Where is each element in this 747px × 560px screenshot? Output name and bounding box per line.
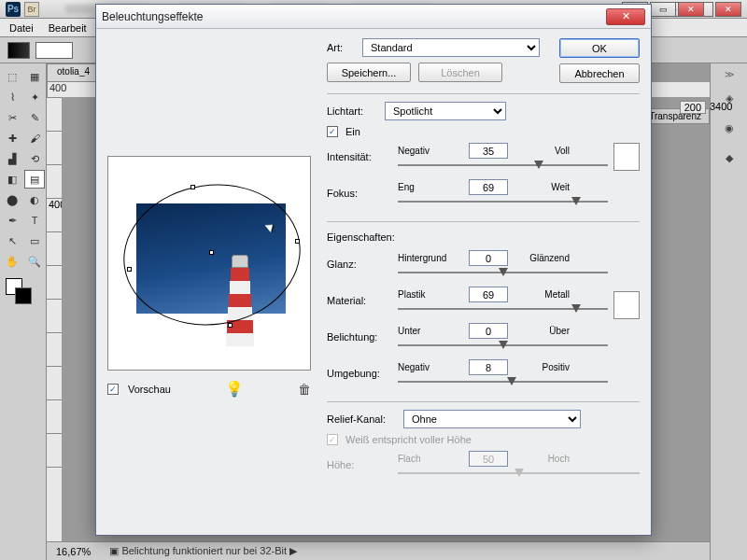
ambience-input[interactable]: [469, 359, 508, 375]
texture-channel-select[interactable]: Ohne: [403, 410, 581, 428]
eraser-tool-icon[interactable]: ◧: [2, 170, 22, 189]
ambience-label: Umgebung:: [327, 368, 392, 379]
dialog-titlebar[interactable]: Beleuchtungseffekte ✕: [96, 5, 651, 29]
gloss-input[interactable]: [469, 250, 508, 266]
ruler-vertical: 400: [47, 97, 62, 541]
light-handle-right[interactable]: [295, 239, 300, 244]
exposure-min-label: Unter: [398, 326, 463, 336]
status-bar: 16,67% ▣ Belichtung funktioniert nur bei…: [47, 541, 710, 560]
light-color-swatch[interactable]: [613, 143, 640, 171]
marquee-tool-icon[interactable]: ▦: [24, 67, 45, 86]
lighttype-label: Lichtart:: [327, 105, 377, 117]
light-handle-bottom[interactable]: [228, 323, 233, 328]
eyedropper-tool-icon[interactable]: ✎: [24, 108, 45, 127]
light-center-handle[interactable]: [209, 250, 214, 255]
gloss-max-label: Glänzend: [514, 253, 570, 263]
height-min-label: Flach: [398, 454, 463, 464]
dodge-tool-icon[interactable]: ◐: [24, 190, 45, 209]
new-light-icon[interactable]: 💡: [225, 380, 244, 398]
doc-maximize-button[interactable]: ▭: [650, 2, 676, 17]
ambience-max-label: Positiv: [514, 362, 570, 372]
focus-slider[interactable]: [398, 197, 608, 206]
document-tab[interactable]: otolia_4: [47, 63, 100, 82]
bridge-icon[interactable]: Br: [24, 2, 39, 17]
focus-max-label: Weit: [514, 182, 570, 192]
history-brush-icon[interactable]: ⟲: [24, 149, 45, 168]
preview-checkbox[interactable]: ✓: [107, 384, 119, 395]
preview-label: Vorschau: [128, 384, 171, 395]
delete-light-icon[interactable]: 🗑: [298, 382, 311, 397]
delete-button[interactable]: Löschen: [418, 63, 502, 82]
exposure-label: Belichtung:: [327, 331, 392, 343]
gloss-slider[interactable]: [398, 268, 608, 277]
intensity-input[interactable]: [469, 143, 508, 159]
style-select[interactable]: Standard: [362, 38, 540, 57]
height-slider: [398, 469, 640, 478]
gradient-tool-icon[interactable]: ▤: [24, 170, 45, 189]
hand-tool-icon[interactable]: ✋: [2, 252, 22, 271]
menu-file[interactable]: Datei: [9, 22, 34, 34]
right-panel-dock: ≫ ◈ ◉ ◆: [710, 63, 747, 560]
preview-canvas[interactable]: [107, 156, 311, 371]
foreground-background-swatch[interactable]: [2, 276, 45, 308]
material-max-label: Metall: [514, 289, 570, 300]
lighting-effects-dialog: Beleuchtungseffekte ✕: [95, 4, 652, 536]
exposure-slider[interactable]: [398, 341, 608, 350]
white-high-label: Weiß entspricht voller Höhe: [345, 434, 472, 445]
ambience-min-label: Negativ: [398, 362, 463, 372]
shape-tool-icon[interactable]: ▭: [24, 231, 45, 250]
ok-button[interactable]: OK: [559, 38, 640, 58]
intensity-max-label: Voll: [514, 146, 570, 156]
stamp-tool-icon[interactable]: ▟: [2, 149, 22, 168]
gloss-min-label: Hintergrund: [398, 253, 463, 263]
focus-label: Fokus:: [327, 188, 392, 199]
exposure-max-label: Über: [514, 326, 570, 336]
lasso-tool-icon[interactable]: ⌇: [2, 88, 22, 106]
intensity-min-label: Negativ: [398, 146, 463, 156]
dialog-close-button[interactable]: ✕: [606, 8, 645, 25]
blur-tool-icon[interactable]: ⬤: [2, 190, 22, 209]
exposure-input[interactable]: [469, 323, 508, 339]
path-tool-icon[interactable]: ↖: [2, 231, 22, 250]
paths-panel-icon[interactable]: ◆: [718, 147, 740, 169]
save-button[interactable]: Speichern...: [327, 63, 411, 82]
channels-panel-icon[interactable]: ◉: [718, 117, 740, 139]
heal-tool-icon[interactable]: ✚: [2, 129, 22, 147]
focus-min-label: Eng: [398, 182, 463, 192]
on-checkbox[interactable]: ✓: [327, 126, 338, 137]
material-input[interactable]: [469, 287, 508, 302]
height-input: [469, 451, 508, 467]
texture-channel-label: Relief-Kanal:: [327, 413, 396, 425]
crop-tool-icon[interactable]: ✂: [2, 108, 22, 127]
menu-edit[interactable]: Bearbeit: [49, 22, 87, 34]
gloss-label: Glanz:: [327, 259, 392, 270]
zoom-level[interactable]: 16,67%: [56, 546, 91, 557]
status-text: Belichtung funktioniert nur bei 32-Bit: [121, 545, 287, 556]
style-label: Art:: [327, 42, 355, 53]
photoshop-logo-icon: Ps: [6, 2, 21, 17]
light-handle-top[interactable]: [190, 185, 195, 189]
zoom-tool-icon[interactable]: 🔍: [24, 252, 45, 271]
height-max-label: Hoch: [514, 454, 570, 464]
pen-tool-icon[interactable]: ✒: [2, 211, 22, 230]
lighttype-select[interactable]: Spotlicht: [385, 102, 506, 120]
focus-input[interactable]: [469, 179, 508, 195]
ruler-mark: 200: [680, 101, 706, 114]
move-tool-icon[interactable]: ⬚: [2, 67, 22, 86]
cancel-button[interactable]: Abbrechen: [559, 63, 640, 83]
intensity-slider[interactable]: [398, 161, 608, 170]
gradient-swatch[interactable]: [7, 42, 30, 59]
type-tool-icon[interactable]: T: [24, 211, 45, 230]
material-label: Material:: [327, 295, 392, 306]
on-label: Ein: [345, 126, 360, 137]
light-handle-left[interactable]: [127, 267, 132, 272]
intensity-label: Intensität:: [327, 151, 392, 162]
ambient-color-swatch[interactable]: [613, 291, 640, 319]
brush-tool-icon[interactable]: 🖌: [24, 129, 45, 147]
ambience-slider[interactable]: [398, 377, 608, 386]
color-swatch[interactable]: [35, 42, 73, 59]
wand-tool-icon[interactable]: ✦: [24, 88, 45, 106]
close-button[interactable]: ✕: [715, 2, 741, 17]
doc-close-button[interactable]: ✕: [678, 2, 704, 17]
material-slider[interactable]: [398, 304, 608, 314]
